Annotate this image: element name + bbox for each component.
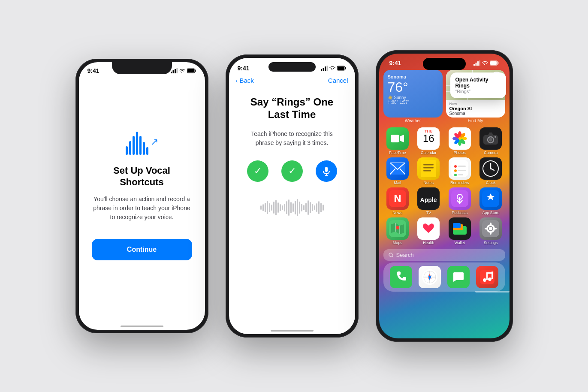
continue-button[interactable]: Continue xyxy=(92,239,192,260)
svg-point-88 xyxy=(483,278,486,282)
cancel-button[interactable]: Cancel xyxy=(328,77,348,84)
signal-icon-3 xyxy=(473,60,480,66)
dock-messages-icon[interactable] xyxy=(447,266,470,288)
svg-rect-74 xyxy=(490,223,492,225)
calendar-icon[interactable]: THU 16 xyxy=(417,127,440,150)
svg-marker-22 xyxy=(400,135,404,142)
svg-rect-20 xyxy=(490,61,497,65)
mail-icon[interactable] xyxy=(386,157,409,180)
svg-rect-3 xyxy=(176,68,178,73)
svg-point-46 xyxy=(454,165,457,168)
battery-icon xyxy=(187,68,196,73)
app-facetime[interactable]: FaceTime xyxy=(383,127,412,155)
clock-label: Clock xyxy=(486,181,496,185)
app-photos[interactable]: Photos xyxy=(446,127,474,155)
svg-rect-76 xyxy=(485,228,487,229)
svg-point-48 xyxy=(454,169,457,172)
phone-3: 9:41 xyxy=(376,50,513,342)
back-button[interactable]: ‹ Back xyxy=(236,77,254,84)
clock-icon[interactable] xyxy=(479,157,502,180)
app-clock[interactable]: Clock xyxy=(476,157,505,185)
app-notes[interactable]: Notes xyxy=(414,157,443,185)
wifi-icon xyxy=(179,68,185,73)
photos-icon[interactable] xyxy=(449,127,471,150)
dock-safari-icon[interactable] xyxy=(419,266,441,288)
weather-label: Weather xyxy=(383,118,443,123)
dock-music-icon[interactable] xyxy=(476,266,498,288)
svg-rect-47 xyxy=(458,166,466,167)
app-reminders[interactable]: Reminders xyxy=(446,157,474,185)
status-time-2: 9:41 xyxy=(238,65,250,72)
app-podcasts[interactable]: Podcasts xyxy=(446,187,474,215)
app-maps[interactable]: Maps xyxy=(383,217,412,245)
findmy-info: Now Oregon St Sonoma xyxy=(446,100,505,118)
app-tv[interactable]: Apple TV xyxy=(414,187,443,215)
app-settings[interactable]: Settings xyxy=(476,217,505,245)
reminders-label: Reminders xyxy=(450,181,469,185)
tv-icon[interactable]: Apple xyxy=(417,187,440,210)
weather-hilo: H:88° L:57° xyxy=(388,100,438,105)
settings-label: Settings xyxy=(484,241,498,245)
app-news[interactable]: N News xyxy=(383,187,412,215)
svg-rect-12 xyxy=(325,167,328,172)
wifi-icon-2 xyxy=(329,66,335,71)
dynamic-island xyxy=(423,58,466,70)
svg-rect-15 xyxy=(473,64,475,66)
svg-rect-5 xyxy=(187,69,194,72)
svg-rect-9 xyxy=(326,66,328,71)
signal-icon-2 xyxy=(321,66,328,71)
svg-rect-6 xyxy=(321,69,322,71)
svg-rect-92 xyxy=(486,272,493,274)
tooltip-subtitle: “Rings” xyxy=(455,89,501,94)
dock-phone-icon[interactable] xyxy=(390,266,412,288)
phone2-description: Teach iPhone to recognize this phrase by… xyxy=(242,130,342,148)
wallet-icon[interactable] xyxy=(449,217,471,240)
svg-point-50 xyxy=(454,174,457,176)
maps-icon[interactable] xyxy=(386,217,409,240)
recording-circle-3 xyxy=(316,160,337,182)
home-indicator-3 xyxy=(475,291,510,292)
voice-arrow-icon: ↗ xyxy=(151,136,158,148)
news-icon[interactable]: N xyxy=(386,187,409,210)
svg-line-79 xyxy=(392,256,393,257)
facetime-icon[interactable] xyxy=(386,127,409,150)
status-time-3: 9:41 xyxy=(389,60,401,66)
app-health[interactable]: Health xyxy=(414,217,443,245)
podcasts-icon[interactable] xyxy=(449,187,471,210)
findmy-city: Sonoma xyxy=(449,111,502,116)
svg-rect-16 xyxy=(475,63,476,66)
status-icons-2 xyxy=(321,66,347,71)
weather-widget-wrapper[interactable]: Sonoma 76° ☀️ Sunny H:88° L:57° Weather xyxy=(383,70,443,123)
svg-rect-0 xyxy=(171,72,172,73)
svg-rect-18 xyxy=(479,60,480,66)
settings-icon[interactable] xyxy=(479,217,502,240)
reminders-icon[interactable] xyxy=(449,157,471,180)
battery-icon-2 xyxy=(337,66,347,71)
svg-point-89 xyxy=(488,277,492,281)
phone-1: 9:41 xyxy=(75,59,208,333)
status-time-1: 9:41 xyxy=(87,67,100,74)
weather-widget[interactable]: Sonoma 76° ☀️ Sunny H:88° L:57° xyxy=(383,70,443,118)
findmy-label: Find My xyxy=(446,118,505,123)
app-appstore[interactable]: App Store xyxy=(476,187,505,215)
maps-label: Maps xyxy=(393,241,402,245)
svg-point-73 xyxy=(489,227,492,230)
recording-circle-1: ✓ xyxy=(247,160,268,182)
back-label: Back xyxy=(240,77,254,84)
app-mail[interactable]: Mail xyxy=(383,157,412,185)
camera-icon[interactable] xyxy=(479,127,502,150)
svg-rect-17 xyxy=(477,61,479,66)
notes-icon[interactable] xyxy=(417,157,440,180)
svg-text:N: N xyxy=(394,193,401,204)
svg-rect-8 xyxy=(325,66,326,71)
mail-label: Mail xyxy=(394,181,401,185)
app-wallet[interactable]: Wallet xyxy=(446,217,474,245)
search-bar[interactable]: Search xyxy=(383,249,505,261)
health-icon[interactable] xyxy=(417,217,440,240)
activity-rings-tooltip: Open Activity Rings “Rings” xyxy=(450,72,506,98)
appstore-icon[interactable] xyxy=(479,187,502,210)
camera-label: Camera xyxy=(484,151,498,155)
app-calendar[interactable]: THU 16 Calendar xyxy=(414,127,443,155)
findmy-now: Now xyxy=(449,102,502,106)
app-camera[interactable]: Camera xyxy=(476,127,505,155)
